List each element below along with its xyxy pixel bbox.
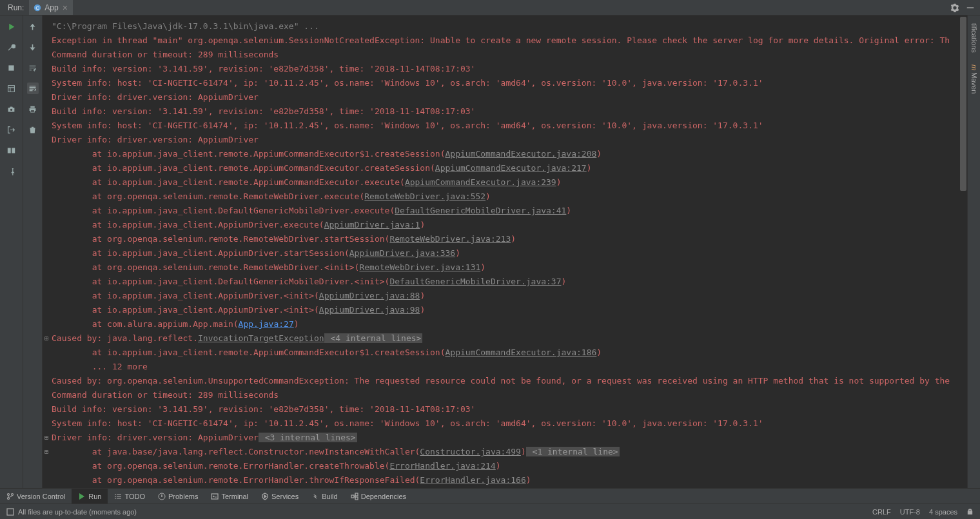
problems-icon (158, 493, 166, 500)
console-line: at io.appium.java_client.DefaultGenericM… (46, 275, 980, 289)
expand-icon[interactable]: ⊞ (43, 445, 50, 459)
pin-icon[interactable] (6, 165, 17, 177)
play-icon (78, 493, 86, 500)
wrench-icon[interactable] (6, 41, 17, 53)
console-line: at io.appium.java_client.AppiumDriver.ex… (46, 218, 980, 232)
status-encoding[interactable]: UTF-8 (900, 508, 920, 516)
console-line: at io.appium.java_client.AppiumDriver.st… (46, 246, 980, 260)
source-link[interactable]: RemoteWebDriver.java:213 (389, 234, 511, 244)
source-link[interactable]: AppiumDriver.java:1 (324, 220, 420, 230)
svg-rect-13 (351, 495, 354, 498)
rerun-icon[interactable] (6, 21, 17, 32)
source-link[interactable]: AppiumDriver.java:336 (349, 248, 455, 258)
source-link[interactable]: ErrorHandler.java:214 (389, 461, 495, 471)
console-line: at io.appium.java_client.remote.AppiumCo… (46, 175, 980, 190)
tab-version-control[interactable]: Version Control (0, 489, 72, 504)
source-link[interactable]: InvocationTargetException (198, 333, 324, 343)
source-link[interactable]: Constructor.java:499 (420, 447, 521, 456)
console-output[interactable]: "C:\Program Files\Java\jdk-17.0.3.1\bin\… (43, 15, 980, 488)
source-link[interactable]: AppiumCommandExecutor.java:186 (446, 348, 597, 357)
scrollbar-thumb[interactable] (960, 17, 966, 191)
services-icon (261, 493, 269, 500)
console-line: at io.appium.java_client.remote.AppiumCo… (46, 161, 980, 175)
print-icon[interactable] (27, 103, 39, 115)
tab-problems[interactable]: Problems (152, 489, 204, 504)
tab-dependencies[interactable]: Dependencies (344, 489, 413, 504)
svg-text:C: C (36, 5, 40, 10)
tab-todo[interactable]: TODO (108, 489, 152, 504)
tab-terminal[interactable]: Terminal (204, 489, 255, 504)
exit-icon[interactable] (6, 124, 17, 135)
source-link[interactable]: AppiumCommandExecutor.java:239 (405, 177, 556, 187)
source-link[interactable]: DefaultGenericMobileDriver.java:37 (389, 277, 561, 286)
split-icon[interactable] (6, 144, 17, 156)
source-link[interactable]: AppiumCommandExecutor.java:208 (446, 149, 597, 159)
maven-tab[interactable]: m Maven (970, 62, 978, 96)
camera-icon[interactable] (6, 103, 17, 115)
tab-services[interactable]: Services (255, 489, 305, 504)
gear-icon[interactable] (949, 2, 961, 14)
left-gutter-primary (0, 15, 23, 488)
tab-label: App (44, 3, 58, 12)
console-line: at io.appium.java_client.remote.AppiumCo… (46, 346, 980, 360)
bottom-toolbar: Version Control Run TODO Problems Termin… (0, 488, 980, 504)
close-icon[interactable]: × (61, 3, 69, 13)
fold-region[interactable]: <4 internal lines> (324, 333, 423, 343)
status-message: All files are up-to-date (moments ago) (18, 508, 137, 516)
console-line: ⊞Caused by: java.lang.reflect.Invocation… (46, 331, 980, 346)
down-arrow-icon[interactable] (27, 41, 39, 53)
console-line: System info: host: 'CI-NGETIC-61474', ip… (46, 76, 980, 90)
svg-rect-2 (8, 65, 14, 70)
svg-point-9 (12, 493, 14, 495)
todo-icon (114, 493, 122, 500)
minimize-icon[interactable] (965, 2, 976, 14)
class-icon: C (33, 3, 42, 12)
console-line: at io.appium.java_client.remote.AppiumCo… (46, 147, 980, 161)
tab-run[interactable]: Run (72, 489, 108, 504)
expand-icon[interactable]: ⊞ (43, 431, 50, 445)
svg-point-8 (8, 493, 10, 495)
console-line: at com.alura.appium.App.main(App.java:27… (46, 317, 980, 331)
svg-point-4 (10, 108, 12, 110)
up-arrow-icon[interactable] (27, 21, 39, 32)
layout-icon[interactable] (6, 83, 17, 94)
source-link[interactable]: RemoteWebDriver.java:552 (364, 191, 485, 201)
tab-build[interactable]: Build (305, 489, 344, 504)
source-link[interactable]: AppiumDriver.java:98 (319, 305, 420, 315)
expand-icon[interactable]: ⊞ (43, 331, 50, 346)
source-link[interactable]: DefaultGenericMobileDriver.java:41 (395, 206, 566, 215)
console-line: System info: host: 'CI-NGETIC-61474', ip… (46, 416, 980, 431)
console-line: "C:\Program Files\Java\jdk-17.0.3.1\bin\… (46, 19, 980, 34)
source-link[interactable]: AppiumDriver.java:88 (319, 291, 420, 300)
lock-icon[interactable] (966, 508, 974, 516)
fold-region[interactable]: <3 internal lines> (259, 433, 357, 442)
source-link[interactable]: RemoteWebDriver.java:131 (359, 262, 480, 272)
status-bar: All files are up-to-date (moments ago) C… (0, 504, 980, 519)
source-link[interactable]: AppiumCommandExecutor.java:217 (435, 163, 587, 173)
console-line: Build info: version: '3.141.59', revisio… (46, 104, 980, 119)
svg-rect-7 (31, 110, 34, 112)
svg-point-10 (8, 497, 10, 499)
wrap-icon[interactable] (27, 62, 39, 73)
fold-region[interactable]: <1 internal line> (526, 447, 620, 456)
scroll-end-icon[interactable] (27, 83, 39, 94)
console-line: at io.appium.java_client.AppiumDriver.<i… (46, 303, 980, 317)
console-line: Caused by: org.openqa.selenium.Unsupport… (46, 374, 980, 388)
notifications-tab[interactable]: tifications (970, 21, 978, 55)
branch-icon (6, 493, 14, 500)
source-link[interactable]: ErrorHandler.java:166 (420, 475, 525, 485)
source-link[interactable]: App.java:27 (239, 319, 294, 329)
console-line: at io.appium.java_client.DefaultGenericM… (46, 204, 980, 218)
svg-rect-5 (8, 148, 11, 153)
vertical-scrollbar[interactable] (960, 17, 966, 487)
trash-icon[interactable] (27, 124, 39, 135)
status-crlf[interactable]: CRLF (872, 508, 891, 516)
console-line: at org.openqa.selenium.remote.ErrorHandl… (46, 459, 980, 473)
console-line: Driver info: driver.version: AppiumDrive… (46, 90, 980, 104)
status-indent[interactable]: 4 spaces (929, 508, 957, 516)
console-line: at org.openqa.selenium.remote.RemoteWebD… (46, 232, 980, 246)
run-tab-app[interactable]: C App × (29, 0, 73, 15)
console-line: Exception in thread "main" org.openqa.se… (46, 34, 980, 48)
stop-icon[interactable] (6, 62, 17, 73)
terminal-icon (211, 493, 219, 500)
